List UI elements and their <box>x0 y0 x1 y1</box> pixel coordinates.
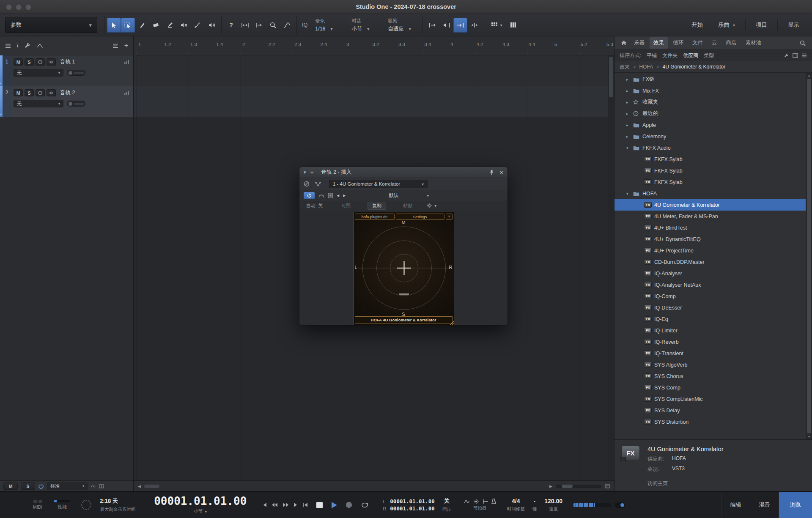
tree-item[interactable]: FXSYS Comp <box>614 382 812 393</box>
close-icon[interactable]: × <box>500 169 503 176</box>
resize-handle-icon[interactable] <box>450 321 454 325</box>
track-name[interactable]: 音轨 1 <box>60 58 122 66</box>
search-icon[interactable] <box>798 38 808 48</box>
sort-option[interactable]: 平铺 <box>647 52 657 59</box>
timeline-ruler[interactable]: 11.21.31.422.22.32.433.23.33.444.24.34.4… <box>134 36 614 55</box>
tree-item[interactable]: FX4U+ ProjectTime <box>614 245 812 256</box>
menu-icon[interactable] <box>5 44 11 48</box>
split-tool-button[interactable] <box>135 18 149 33</box>
plugin-window-titlebar[interactable]: ▾ + 音轨 2 · 插入 × <box>299 167 508 178</box>
horizontal-scrollbar[interactable] <box>144 485 159 488</box>
tree-item[interactable]: FXCD-Burn.DDP.Master <box>614 256 812 268</box>
copy-button[interactable]: 复制 <box>368 202 386 210</box>
tree-item[interactable]: ▾HOFA <box>614 188 812 199</box>
meter-toggle[interactable] <box>615 502 625 508</box>
expander-icon[interactable]: ▸ <box>626 112 633 116</box>
eraser-tool-button[interactable] <box>149 18 163 33</box>
track-gain-control[interactable] <box>67 70 85 76</box>
tree-item[interactable]: ▸Apple <box>614 119 812 131</box>
mix-button[interactable]: 混音 <box>750 492 779 518</box>
tree-item[interactable]: FXFKFX Sylab <box>614 165 812 176</box>
wave-small-icon[interactable] <box>91 484 96 488</box>
timestretch-button[interactable] <box>238 18 252 33</box>
global-mute-button[interactable]: M <box>3 482 18 490</box>
scroll-right-icon[interactable]: ▶ <box>549 484 552 488</box>
tree-item[interactable]: FXIQ-Analyser NetAux <box>614 279 812 291</box>
sort-option[interactable]: 文件夹 <box>662 52 678 59</box>
loop-start-display[interactable]: 00001.01.01.00 <box>390 498 434 504</box>
vertical-scrollbar[interactable] <box>608 55 614 480</box>
time-signature-display[interactable]: 4/4 <box>512 498 520 504</box>
track-name[interactable]: 音轨 2 <box>60 89 122 96</box>
tempo-link-display[interactable]: - <box>534 498 535 504</box>
params-select[interactable]: 参数 ▾ <box>5 17 97 33</box>
tree-item[interactable]: FXIQ-Eq <box>614 313 812 325</box>
ignore-automation-icon[interactable] <box>318 194 324 198</box>
tree-item[interactable]: ▾FKFX Audio <box>614 142 812 153</box>
snap-select[interactable]: 吸附 自适应▾ <box>384 18 420 33</box>
track-lane[interactable] <box>134 55 608 86</box>
arrow-tool-button[interactable] <box>107 18 121 33</box>
tree-item[interactable]: FXSYS AlgoVerb <box>614 359 812 370</box>
info-icon[interactable]: i <box>17 42 19 49</box>
tree-item[interactable]: FX4U+ DynamicTiltEQ <box>614 233 812 245</box>
track-mute-button[interactable]: M <box>14 58 23 66</box>
return-to-zero-button[interactable] <box>302 502 308 507</box>
layout-small-icon[interactable] <box>99 484 104 488</box>
scrollbar-thumb[interactable] <box>609 57 613 97</box>
list-view-icon[interactable] <box>802 53 807 58</box>
tree-item[interactable]: ▸收藏夹 <box>614 96 812 108</box>
expander-icon[interactable]: ▸ <box>626 89 633 93</box>
tree-item[interactable]: ▸FX链 <box>614 74 812 85</box>
hofa-link-button[interactable]: hofa-plugins.de <box>355 214 395 220</box>
zoom-presets-icon[interactable] <box>605 484 610 488</box>
loop-button[interactable] <box>360 502 369 508</box>
tempo-display[interactable]: 120.00 <box>544 498 562 504</box>
record-button[interactable] <box>346 502 352 508</box>
track-color-strip[interactable] <box>0 55 3 86</box>
track-row[interactable]: 2 M S 音轨 2 无 ▾ <box>0 86 133 117</box>
sort-option[interactable]: 类型 <box>704 52 714 59</box>
zoom-tool-button[interactable] <box>266 18 280 33</box>
zoom-slider[interactable] <box>556 485 601 488</box>
sync-label[interactable]: 同步 <box>442 507 451 513</box>
tree-item[interactable]: FX4U Goniometer & Korrelator <box>614 199 812 211</box>
forward-button[interactable] <box>283 502 289 507</box>
track-record-button[interactable] <box>36 58 45 66</box>
scroll-up-icon[interactable]: ▲ <box>806 73 812 78</box>
quantize-select[interactable]: 量化 1/16▾ <box>311 18 347 32</box>
browser-tab[interactable]: 乐器 <box>630 37 648 49</box>
track-list-icon[interactable] <box>112 44 118 48</box>
audition-button[interactable] <box>439 18 453 33</box>
browse-button[interactable]: 浏览 <box>779 492 812 518</box>
metronome-label[interactable]: 节拍器 <box>473 505 487 511</box>
plugin-active-button[interactable] <box>304 192 315 199</box>
precount-icon[interactable] <box>483 499 488 504</box>
wrench-icon[interactable] <box>25 43 30 49</box>
performance-meter[interactable] <box>54 500 70 502</box>
mute-tool-button[interactable] <box>177 18 191 33</box>
timebase-select[interactable]: 时基 小节▾ <box>347 18 384 33</box>
song-button[interactable]: 乐曲▾ <box>710 21 743 29</box>
track-gain-control[interactable] <box>67 101 85 107</box>
metronome-settings-icon[interactable] <box>474 499 479 504</box>
browser-tab[interactable]: 商店 <box>722 37 741 49</box>
track-instrument-select[interactable]: 无 ▾ <box>14 69 63 77</box>
expander-icon[interactable]: ▸ <box>626 100 633 104</box>
window-menu-chevron-icon[interactable]: ▾ <box>304 170 306 175</box>
add-insert-button[interactable]: + <box>310 169 314 176</box>
browser-tab[interactable]: 循环 <box>669 37 687 49</box>
snap-adjacent-button[interactable] <box>467 18 481 33</box>
track-solo-button[interactable]: S <box>25 89 34 96</box>
homepage-link[interactable]: 访问主页 <box>647 480 668 487</box>
plugin-slot-select[interactable]: 1 - 4U Goniometer & Korrelator ▾ <box>329 180 428 188</box>
metronome-icon[interactable] <box>491 499 496 504</box>
paint-tool-button[interactable] <box>163 18 177 33</box>
preset-select[interactable]: 默认 ▾ <box>357 192 432 200</box>
play-button[interactable] <box>331 502 337 509</box>
sort-option[interactable]: 供应商 <box>683 52 698 59</box>
follow-cursor-button[interactable] <box>425 18 439 33</box>
loop-end-display[interactable]: 00001.01.01.00 <box>390 505 434 512</box>
position-unit-select[interactable]: 小节▾ <box>194 508 207 514</box>
breadcrumb-item[interactable]: 效果 <box>620 63 630 71</box>
